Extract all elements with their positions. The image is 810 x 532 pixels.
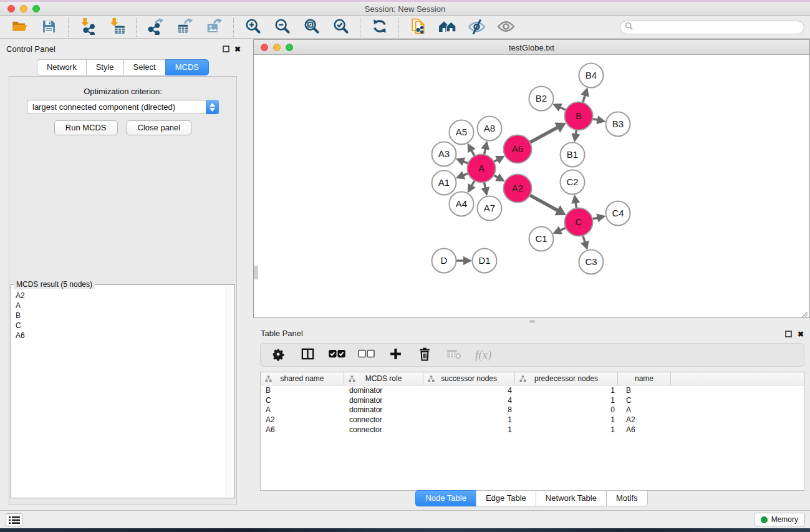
graph-node-A4[interactable]: A4 — [450, 192, 474, 216]
table-row[interactable]: Bdominator41B — [261, 385, 804, 395]
column-header-shared-name[interactable]: shared name — [261, 372, 344, 385]
canvas-scrollbar-stub[interactable] — [254, 266, 258, 279]
graph-node-B3[interactable]: B3 — [606, 112, 630, 137]
table-row[interactable]: A6connector11A6 — [261, 425, 804, 435]
graph-node-A8[interactable]: A8 — [478, 117, 502, 141]
graph-node-C4[interactable]: C4 — [606, 201, 630, 226]
run-mcds-button[interactable]: Run MCDS — [54, 120, 118, 135]
resize-grip-icon[interactable] — [801, 309, 808, 316]
cell-predecessor-nodes[interactable]: 1 — [515, 386, 618, 395]
zoom-fit-button[interactable] — [298, 17, 325, 37]
import-table-button[interactable] — [104, 17, 130, 37]
open-folder-button[interactable] — [6, 17, 33, 37]
float-panel-icon[interactable] — [223, 44, 229, 55]
graph-node-C2[interactable]: C2 — [561, 170, 585, 195]
cell-shared-name[interactable]: A6 — [261, 425, 344, 434]
cell-successor-nodes[interactable]: 4 — [423, 386, 515, 395]
add-button[interactable] — [387, 346, 403, 364]
tab-node-table[interactable]: Node Table — [415, 490, 476, 506]
close-panel-button[interactable]: Close panel — [127, 120, 192, 135]
result-item[interactable]: C — [12, 321, 226, 331]
close-table-panel-icon[interactable]: ✖ — [798, 331, 804, 338]
task-history-button[interactable] — [6, 513, 22, 526]
result-item[interactable]: A6 — [12, 331, 226, 341]
search-box[interactable] — [620, 21, 804, 34]
graph-node-B4[interactable]: B4 — [579, 64, 604, 88]
result-item[interactable]: A2 — [12, 291, 226, 301]
network-canvas[interactable]: B4B2BB3A8A5A6A3B1AA1C2A2A4A7C4CC1C3DD1 — [254, 56, 809, 317]
memory-button[interactable]: Memory — [754, 513, 805, 526]
result-item[interactable]: A — [12, 301, 226, 311]
graph-node-A7[interactable]: A7 — [478, 196, 502, 221]
save-button[interactable] — [36, 17, 62, 37]
cell-successor-nodes[interactable]: 4 — [423, 396, 515, 405]
result-list-scrollbar[interactable] — [226, 286, 234, 497]
optimization-criterion-select[interactable]: largest connected component (directed) — [27, 100, 219, 114]
trash-button[interactable] — [417, 346, 433, 364]
graph-node-C[interactable]: C — [565, 208, 593, 236]
cell-name[interactable]: B — [618, 386, 671, 395]
cell-MCDS-role[interactable]: dominator — [344, 405, 423, 414]
graph-node-A6[interactable]: A6 — [504, 135, 532, 163]
columns-button[interactable] — [299, 346, 316, 364]
cell-successor-nodes[interactable]: 8 — [423, 405, 515, 414]
graph-node-A1[interactable]: A1 — [432, 171, 456, 195]
tab-style[interactable]: Style — [86, 59, 123, 75]
cell-predecessor-nodes[interactable]: 1 — [515, 415, 618, 424]
tab-network[interactable]: Network — [37, 59, 86, 75]
home-button[interactable] — [434, 17, 461, 37]
graph-node-C3[interactable]: C3 — [579, 250, 604, 274]
graph-node-B[interactable]: B — [565, 102, 593, 130]
network-file-button[interactable] — [405, 17, 432, 37]
cell-MCDS-role[interactable]: connector — [344, 425, 423, 434]
zoom-selected-button[interactable] — [327, 17, 354, 37]
table-row[interactable]: Adominator80A — [261, 405, 804, 415]
edge-A2-C[interactable] — [530, 195, 558, 211]
cell-shared-name[interactable]: B — [261, 386, 344, 395]
tab-motifs[interactable]: Motifs — [606, 490, 648, 506]
select-all-button[interactable] — [329, 346, 345, 364]
cell-predecessor-nodes[interactable]: 1 — [515, 396, 618, 405]
panel-splitter[interactable] — [253, 319, 810, 324]
cell-shared-name[interactable]: A2 — [261, 415, 344, 424]
graph-node-A2[interactable]: A2 — [504, 175, 532, 203]
cell-MCDS-role[interactable]: dominator — [344, 396, 423, 405]
cell-MCDS-role[interactable]: dominator — [344, 386, 423, 395]
eye-button[interactable] — [493, 17, 519, 37]
tab-mcds[interactable]: MCDS — [165, 59, 209, 75]
cell-name[interactable]: A2 — [618, 415, 671, 424]
mcds-result-list[interactable]: A2ABCA6 — [12, 286, 226, 497]
column-header-successor-nodes[interactable]: successor nodes — [423, 372, 515, 385]
cell-shared-name[interactable]: C — [261, 396, 344, 405]
graph-node-D[interactable]: D — [432, 249, 456, 273]
cell-shared-name[interactable]: A — [261, 405, 344, 414]
close-panel-icon[interactable]: ✖ — [234, 46, 241, 53]
column-header-MCDS-role[interactable]: MCDS role — [344, 372, 423, 385]
gear-button[interactable] — [270, 346, 286, 364]
splitter-handle[interactable] — [529, 320, 535, 323]
column-header-predecessor-nodes[interactable]: predecessor nodes — [515, 372, 618, 385]
column-header-name[interactable]: name — [618, 372, 671, 385]
graph-node-B1[interactable]: B1 — [561, 143, 585, 167]
toggle-visibility-button[interactable] — [463, 17, 490, 37]
export-network-button[interactable] — [142, 17, 169, 37]
export-table-button[interactable] — [171, 17, 198, 37]
cell-MCDS-role[interactable]: connector — [344, 415, 423, 424]
result-item[interactable]: B — [12, 311, 226, 321]
cell-successor-nodes[interactable]: 1 — [423, 425, 515, 434]
export-image-button[interactable] — [201, 17, 228, 37]
float-table-panel-icon[interactable] — [785, 329, 792, 340]
table-row[interactable]: Cdominator41C — [261, 395, 804, 405]
zoom-out-button[interactable] — [269, 17, 296, 37]
zoom-in-button[interactable] — [239, 17, 266, 37]
cell-predecessor-nodes[interactable]: 0 — [515, 405, 618, 414]
graph-node-A[interactable]: A — [468, 155, 496, 183]
graph-node-A3[interactable]: A3 — [432, 142, 456, 167]
table-row[interactable]: A2connector11A2 — [261, 415, 804, 425]
cell-successor-nodes[interactable]: 1 — [423, 415, 515, 424]
graph-node-A5[interactable]: A5 — [450, 120, 474, 145]
cell-name[interactable]: A6 — [618, 425, 671, 434]
tab-edge-table[interactable]: Edge Table — [476, 490, 536, 506]
graph-node-B2[interactable]: B2 — [529, 87, 554, 111]
graph-node-D1[interactable]: D1 — [473, 249, 497, 273]
